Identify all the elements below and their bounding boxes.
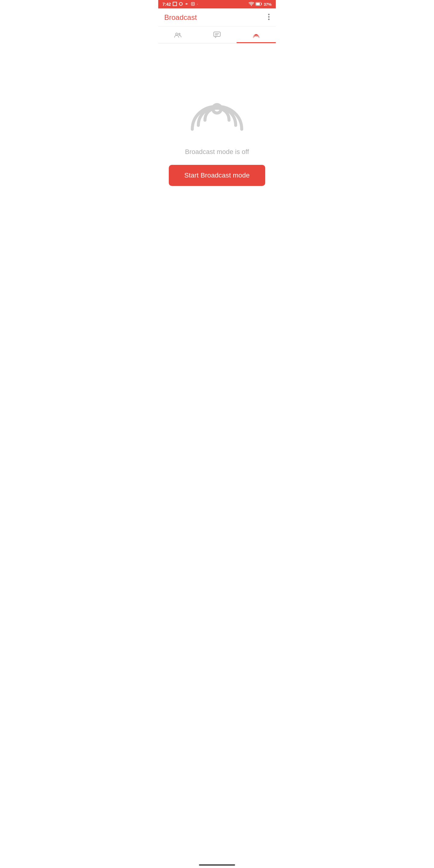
page-title: Broadcast: [164, 13, 197, 22]
status-time: 7:42: [162, 2, 171, 7]
start-broadcast-button[interactable]: Start Broadcast mode: [169, 165, 265, 186]
dot-icon: ·: [197, 1, 198, 7]
svg-point-3: [192, 3, 193, 4]
svg-point-1: [179, 2, 182, 5]
more-vertical-icon[interactable]: [268, 13, 270, 22]
battery-percentage: 37%: [264, 2, 272, 7]
svg-point-10: [176, 33, 178, 35]
notification-icon-circle: [179, 2, 183, 7]
svg-point-8: [268, 16, 270, 18]
svg-point-7: [268, 13, 270, 15]
tab-broadcast[interactable]: [237, 27, 276, 43]
app-bar: Broadcast: [158, 8, 276, 27]
contacts-icon: [174, 31, 182, 39]
svg-point-11: [179, 33, 180, 35]
main-content: Broadcast mode is off Start Broadcast mo…: [158, 43, 276, 218]
wifi-icon: [249, 2, 254, 7]
messages-icon: [213, 31, 221, 39]
broadcast-tab-icon: [252, 31, 260, 39]
svg-rect-12: [214, 32, 220, 36]
status-bar: 7:42 ·: [158, 0, 276, 8]
svg-rect-0: [173, 2, 177, 6]
status-bar-right: 37%: [249, 2, 272, 7]
notification-icon-square: [173, 2, 177, 7]
broadcast-large-icon-container: [187, 76, 247, 136]
broadcast-large-icon: [187, 76, 247, 136]
broadcast-status-text: Broadcast mode is off: [185, 148, 249, 156]
bug-icon: [191, 2, 195, 7]
tab-bar: [158, 27, 276, 43]
svg-point-4: [251, 5, 252, 6]
tab-messages[interactable]: [197, 27, 237, 43]
svg-rect-6: [256, 3, 260, 5]
tab-contacts[interactable]: [158, 27, 197, 43]
battery-icon: [255, 2, 262, 7]
share-icon: [185, 2, 189, 7]
status-bar-left: 7:42 ·: [162, 1, 198, 7]
svg-point-9: [268, 19, 270, 20]
